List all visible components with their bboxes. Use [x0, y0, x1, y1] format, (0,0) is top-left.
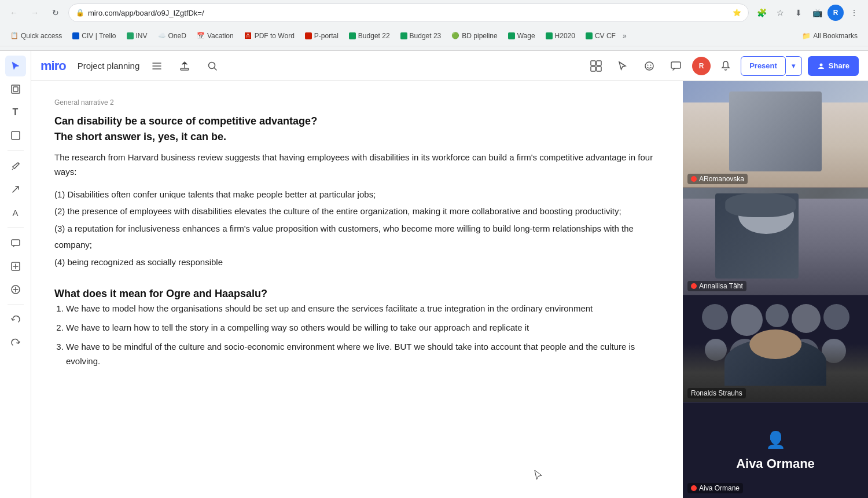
- app-container: T A miro P: [0, 51, 868, 498]
- video-tile-annaliisa[interactable]: Annaliisa Täht: [683, 188, 868, 295]
- bookmark-bd-pipeline[interactable]: 🟢 BD pipeline: [447, 30, 502, 42]
- ronalds-name: Ronalds Strauhs: [691, 389, 742, 397]
- svg-point-16: [819, 63, 822, 66]
- video-tile-aromanovska[interactable]: ARomanovska: [683, 81, 868, 188]
- budget23-label: Budget 23: [410, 32, 442, 40]
- apps-grid-button[interactable]: [586, 56, 606, 76]
- bookmarks-more-button[interactable]: »: [623, 32, 627, 40]
- bookmark-h2020[interactable]: H2020: [541, 30, 580, 42]
- pdf-to-word-icon: 🅰: [244, 32, 252, 40]
- bookmark-quick-access[interactable]: 📋 Quick access: [6, 30, 67, 42]
- annaliisa-label: Annaliisa Täht: [687, 281, 746, 291]
- section-gap: What does it mean for Ogre and Haapsalu?…: [54, 286, 660, 368]
- section2-heading: What does it mean for Ogre and Haapsalu?: [54, 286, 660, 302]
- bell-icon: [720, 60, 731, 72]
- p-portal-icon: [305, 32, 312, 39]
- add-tool[interactable]: [5, 279, 26, 300]
- svg-rect-10: [591, 67, 595, 71]
- bookmark-wage[interactable]: Wage: [503, 30, 540, 42]
- all-bookmarks-button[interactable]: 📁 All Bookmarks: [797, 30, 862, 42]
- export-button[interactable]: [174, 56, 195, 76]
- section2-list-item-3: We have to be mindful of the culture and…: [66, 340, 660, 369]
- bookmark-budget23[interactable]: Budget 23: [396, 30, 446, 42]
- share-button[interactable]: Share: [808, 56, 859, 76]
- arrow-tool[interactable]: [5, 179, 26, 200]
- svg-rect-8: [591, 61, 595, 65]
- present-button[interactable]: Present: [741, 56, 786, 76]
- video-featured-aiva[interactable]: 👤 Aiva Ormane Aiva Ormane: [683, 402, 868, 498]
- video-panel: ARomanovska Annaliisa Täht: [683, 81, 868, 498]
- h2020-label: H2020: [555, 32, 575, 40]
- comment-tool[interactable]: [5, 233, 26, 254]
- list-item-4: (4) being recognized as socially respons…: [54, 254, 660, 270]
- frames-tool[interactable]: [5, 79, 26, 100]
- search-button[interactable]: [202, 56, 223, 76]
- section2-list: We have to model how the organisations s…: [66, 302, 660, 368]
- annaliisa-mic-icon: [691, 283, 697, 289]
- comment-icon: [10, 238, 21, 248]
- canvas-heading1: Can disability be a source of competitiv…: [54, 113, 660, 129]
- bookmark-civ-trello[interactable]: CIV | Trello: [68, 30, 120, 42]
- profile-button[interactable]: R: [827, 5, 844, 21]
- select-tool[interactable]: [5, 56, 26, 76]
- reload-button[interactable]: ↻: [47, 5, 64, 21]
- bookmark-pdf-to-word[interactable]: 🅰 PDF to Word: [240, 30, 299, 42]
- bookmark-inv[interactable]: INV: [122, 30, 152, 42]
- reactions-button[interactable]: [639, 56, 660, 76]
- aromanovska-mic-icon: [691, 176, 697, 182]
- menu-button[interactable]: [146, 56, 167, 76]
- bookmark-p-portal[interactable]: P-portal: [300, 30, 343, 42]
- sidebar-separator-1: [8, 151, 24, 151]
- budget23-icon: [400, 32, 407, 39]
- sticky-icon: [10, 130, 21, 141]
- wage-icon: [508, 32, 515, 39]
- text-tool[interactable]: T: [5, 102, 26, 123]
- cursor-icon: [10, 61, 21, 71]
- notifications-button[interactable]: [716, 57, 735, 75]
- chat-button[interactable]: [665, 56, 686, 76]
- more-button[interactable]: ⋮: [846, 5, 862, 21]
- user-avatar[interactable]: R: [692, 57, 711, 75]
- forward-button[interactable]: →: [27, 5, 43, 21]
- browser-toolbar: ← → ↻ 🔒 miro.com/app/board/o9J_IZgtfDk=/…: [0, 0, 868, 25]
- redo-tool[interactable]: [5, 333, 26, 354]
- extensions-button[interactable]: 🧩: [753, 5, 770, 21]
- address-bar[interactable]: 🔒 miro.com/app/board/o9J_IZgtfDk=/ ⭐: [68, 3, 749, 22]
- sticky-tool[interactable]: [5, 125, 26, 146]
- canvas-paragraph1: The research from Harvard business revie…: [54, 151, 660, 180]
- svg-rect-0: [12, 85, 20, 93]
- p-portal-label: P-portal: [314, 32, 339, 40]
- app-logo: miro: [41, 58, 66, 74]
- cast-button[interactable]: 📺: [809, 5, 825, 21]
- apps-grid-icon: [590, 60, 602, 72]
- frame-add-tool[interactable]: [5, 256, 26, 277]
- board-title[interactable]: Project planning: [78, 61, 140, 71]
- pen-tool[interactable]: [5, 156, 26, 177]
- bookmark-cv-cf[interactable]: CV CF: [581, 30, 620, 42]
- download-button[interactable]: ⬇: [790, 5, 807, 21]
- bookmark-star-button[interactable]: ☆: [772, 5, 788, 21]
- video-tile-ronalds[interactable]: Ronalds Strauhs: [683, 295, 868, 402]
- bookmark-onedrive[interactable]: ☁️ OneD: [153, 30, 191, 42]
- canvas-heading2: The short answer is, yes, it can be.: [54, 129, 660, 145]
- aiva-mic-icon: [691, 485, 697, 491]
- civ-trello-icon: [72, 32, 79, 39]
- undo-tool[interactable]: [5, 310, 26, 331]
- inv-label: INV: [136, 32, 148, 40]
- sidebar-separator-2: [8, 228, 24, 228]
- cursor-mode-button[interactable]: [612, 56, 633, 76]
- bd-pipeline-icon: 🟢: [451, 32, 459, 40]
- present-dropdown-button[interactable]: ▾: [786, 56, 802, 76]
- shapes-tool[interactable]: A: [5, 202, 26, 223]
- redo-icon: [10, 338, 21, 349]
- vacation-label: Vacation: [207, 32, 234, 40]
- bookmark-budget22[interactable]: Budget 22: [344, 30, 395, 42]
- svg-rect-9: [597, 61, 601, 65]
- canvas-area[interactable]: General narrative 2 Can disability be a …: [31, 81, 683, 498]
- onedrive-icon: ☁️: [158, 32, 166, 40]
- bookmark-vacation[interactable]: 📅 Vacation: [192, 30, 238, 42]
- frame-add-icon: [10, 261, 21, 272]
- budget22-icon: [349, 32, 356, 39]
- cv-cf-icon: [586, 32, 593, 39]
- back-button[interactable]: ←: [6, 5, 22, 21]
